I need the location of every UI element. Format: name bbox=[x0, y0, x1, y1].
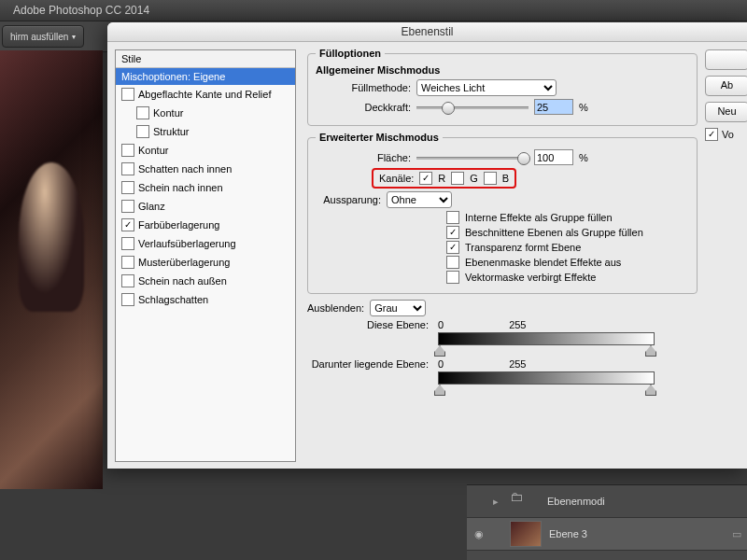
blend-mode-select[interactable]: Weiches Licht bbox=[416, 79, 557, 96]
opacity-input[interactable] bbox=[534, 99, 573, 115]
new-style-button[interactable]: Neu bbox=[705, 102, 747, 122]
blendif-label: Ausblenden: bbox=[307, 302, 364, 314]
under-layer-label: Darunter liegende Ebene: bbox=[307, 358, 429, 370]
style-checkbox[interactable]: ✓ bbox=[121, 218, 134, 231]
fill-label: Fläche: bbox=[316, 152, 411, 163]
style-checkbox[interactable] bbox=[121, 200, 134, 213]
style-item[interactable]: Kontur bbox=[116, 104, 295, 122]
this-layer-gradient[interactable] bbox=[438, 332, 655, 345]
knockout-label: Aussparung: bbox=[316, 194, 381, 205]
style-checkbox[interactable] bbox=[121, 181, 134, 194]
ok-button[interactable] bbox=[705, 49, 747, 70]
fx-label: Vektormaske verbirgt Effekte bbox=[465, 272, 596, 283]
fx-checkbox[interactable] bbox=[446, 226, 459, 239]
style-checkbox[interactable] bbox=[121, 274, 134, 287]
channel-b-label: B bbox=[502, 173, 509, 184]
styles-header: Stile bbox=[116, 50, 295, 68]
app-title: Adobe Photoshop CC 2014 bbox=[13, 4, 149, 17]
opacity-label: Deckkraft: bbox=[316, 102, 411, 113]
knockout-select[interactable]: Ohne bbox=[387, 191, 452, 208]
style-label: Schatten nach innen bbox=[138, 163, 232, 175]
dialog-buttons: Ab Neu Vo bbox=[705, 42, 747, 469]
layer-name: Ebene 3 bbox=[549, 528, 587, 539]
style-label: Kontur bbox=[153, 107, 183, 119]
fx-checkbox[interactable] bbox=[446, 256, 459, 269]
style-item[interactable]: Schatten nach innen bbox=[116, 160, 295, 178]
this-high: 255 bbox=[509, 319, 526, 330]
style-label: Schein nach außen bbox=[138, 275, 227, 287]
layer-row[interactable]: ▸ 🗀 Ebenenmodi bbox=[467, 485, 747, 518]
options-column: Fülloptionen Allgemeiner Mischmodus Füll… bbox=[296, 42, 705, 469]
layer-thumbnail[interactable] bbox=[510, 521, 542, 547]
style-item[interactable]: Abgeflachte Kante und Relief bbox=[116, 85, 295, 104]
advanced-blend-group: Erweiterter Mischmodus Fläche: % Kanäle:… bbox=[307, 132, 698, 294]
channel-g-checkbox[interactable] bbox=[451, 172, 464, 185]
layer-style-dialog: Ebenenstil Stile Mischoptionen: EigeneAb… bbox=[107, 22, 747, 469]
under-white-stop[interactable] bbox=[645, 385, 656, 396]
fx-label: Interne Effekte als Gruppe füllen bbox=[465, 212, 613, 223]
opacity-slider[interactable] bbox=[416, 101, 529, 114]
style-item[interactable]: Mischoptionen: Eigene bbox=[116, 68, 295, 85]
style-checkbox[interactable] bbox=[121, 162, 134, 175]
layer-row[interactable]: ◉ Ebene 3 ▭ bbox=[467, 518, 747, 551]
layer-fx-icon[interactable]: ▭ bbox=[732, 528, 741, 540]
style-checkbox[interactable] bbox=[136, 106, 149, 119]
visibility-icon[interactable]: ◉ bbox=[472, 528, 486, 540]
layers-panel: ▸ 🗀 Ebenenmodi ◉ Ebene 3 ▭ bbox=[467, 484, 747, 560]
fx-checkbox[interactable] bbox=[446, 211, 459, 224]
style-label: Struktur bbox=[153, 126, 190, 137]
style-label: Verlaufsüberlagerung bbox=[138, 238, 236, 249]
fx-label: Transparenz formt Ebene bbox=[465, 242, 581, 253]
channel-r-label: R bbox=[438, 173, 445, 184]
style-checkbox[interactable] bbox=[121, 293, 134, 306]
under-layer-gradient[interactable] bbox=[438, 371, 655, 385]
under-black-stop[interactable] bbox=[434, 385, 445, 396]
style-item[interactable]: Struktur bbox=[116, 122, 295, 141]
style-item[interactable]: Musterüberlagerung bbox=[116, 253, 295, 272]
dialog-title: Ebenenstil bbox=[107, 22, 747, 42]
fx-checkbox[interactable] bbox=[446, 241, 459, 254]
style-item[interactable]: ✓Farbüberlagerung bbox=[116, 216, 295, 234]
dropdown-icon: ▾ bbox=[72, 33, 76, 41]
channel-b-checkbox[interactable] bbox=[484, 172, 497, 185]
style-checkbox[interactable] bbox=[121, 237, 134, 250]
general-blend-title: Allgemeiner Mischmodus bbox=[316, 64, 689, 76]
blend-mode-label: Füllmethode: bbox=[316, 82, 411, 93]
this-white-stop[interactable] bbox=[645, 345, 656, 357]
this-black-stop[interactable] bbox=[434, 345, 445, 357]
advanced-legend: Erweiterter Mischmodus bbox=[316, 132, 443, 143]
style-label: Schein nach innen bbox=[138, 182, 223, 193]
canvas-image bbox=[0, 50, 103, 489]
fill-slider[interactable] bbox=[416, 151, 529, 164]
style-item[interactable]: Schein nach außen bbox=[116, 272, 295, 290]
fill-screen-label: hirm ausfüllen bbox=[10, 32, 68, 42]
this-layer-label: Diese Ebene: bbox=[307, 319, 429, 330]
channel-r-checkbox[interactable] bbox=[419, 172, 432, 185]
fill-input[interactable] bbox=[534, 149, 573, 165]
style-checkbox[interactable] bbox=[136, 125, 149, 138]
fx-label: Beschnittene Ebenen als Gruppe füllen bbox=[465, 227, 643, 238]
styles-list: Stile Mischoptionen: EigeneAbgeflachte K… bbox=[115, 49, 296, 462]
style-checkbox[interactable] bbox=[121, 88, 134, 101]
under-low: 0 bbox=[438, 358, 444, 370]
fx-checkbox[interactable] bbox=[446, 271, 459, 284]
style-item[interactable]: Kontur bbox=[116, 141, 295, 160]
style-item[interactable]: Schein nach innen bbox=[116, 178, 295, 197]
style-item[interactable]: Schlagschatten bbox=[116, 290, 295, 309]
preview-checkbox[interactable] bbox=[705, 128, 718, 141]
style-label: Schlagschatten bbox=[138, 294, 208, 305]
document-canvas bbox=[0, 50, 103, 489]
style-checkbox[interactable] bbox=[121, 144, 134, 157]
style-item[interactable]: Glanz bbox=[116, 197, 295, 216]
style-checkbox[interactable] bbox=[121, 256, 134, 269]
style-label: Abgeflachte Kante und Relief bbox=[138, 89, 272, 100]
this-low: 0 bbox=[438, 319, 444, 330]
folder-icon: 🗀 bbox=[510, 489, 540, 513]
cancel-button[interactable]: Ab bbox=[705, 76, 747, 96]
style-item[interactable]: Verlaufsüberlagerung bbox=[116, 234, 295, 253]
blendif-select[interactable]: Grau bbox=[370, 300, 426, 316]
fill-pct: % bbox=[579, 152, 588, 163]
fill-screen-button[interactable]: hirm ausfüllen ▾ bbox=[2, 25, 84, 48]
disclosure-icon[interactable]: ▸ bbox=[493, 496, 502, 508]
layer-group-name: Ebenenmodi bbox=[547, 496, 605, 507]
